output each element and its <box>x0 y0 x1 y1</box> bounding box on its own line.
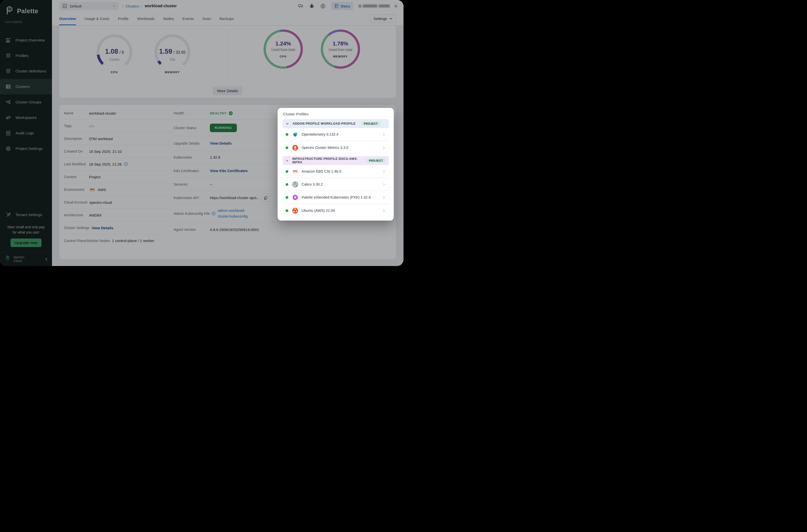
calico-icon <box>292 181 298 188</box>
profile-item-opentelemetry[interactable]: Opentelemetry 0.132.4 <box>283 128 389 141</box>
profile-item-calico[interactable]: Calico 3.30.2 <box>283 178 389 191</box>
pxk-icon <box>292 194 298 201</box>
svg-text:aws: aws <box>293 169 297 172</box>
chevron-right-icon <box>382 146 386 150</box>
prometheus-icon <box>292 145 298 151</box>
profile-item-pxk[interactable]: Palette eXtended Kubernetes (PXK) 1.32.8 <box>283 191 389 204</box>
status-dot <box>286 196 288 199</box>
profile-item-ubuntu[interactable]: Ubuntu (AWS) 22.04 <box>283 204 389 217</box>
addon-profile-section-header[interactable]: ADDON PROFILE WORKLOAD-PROFILE PROJECT <box>283 119 389 128</box>
chevron-right-icon <box>382 133 386 136</box>
status-dot <box>286 146 288 149</box>
chevron-right-icon <box>382 183 386 186</box>
cluster-profiles-panel: Cluster Profiles ADDON PROFILE WORKLOAD-… <box>278 108 394 221</box>
chevron-down-icon <box>286 159 289 162</box>
ubuntu-icon <box>292 208 298 214</box>
opentelemetry-icon <box>292 131 298 138</box>
chevron-right-icon <box>382 195 386 199</box>
status-dot <box>286 209 288 212</box>
app-window: Palette 4.8.0-250916 Project Overview Pr… <box>0 0 404 266</box>
chevron-down-icon <box>286 122 289 126</box>
chevron-right-icon <box>382 170 386 173</box>
status-dot <box>286 183 288 186</box>
profile-item-amazon-ebs-csi[interactable]: aws Amazon EBS CSI 1.46.0 <box>283 165 389 178</box>
status-dot <box>286 170 288 173</box>
project-badge: PROJECT <box>361 121 380 126</box>
profile-item-spectro-cluster-metrics[interactable]: Spectro Cluster Metrics 3.3.0 <box>283 141 389 154</box>
infrastructure-profile-section-header[interactable]: INFRASTRUCTURE PROFILE DOCS-AWS-INFRA PR… <box>283 156 389 165</box>
chevron-right-icon <box>382 209 386 212</box>
status-dot <box>286 133 288 136</box>
cluster-profiles-title: Cluster Profiles <box>283 112 389 116</box>
aws-icon: aws <box>292 168 298 175</box>
project-badge: PROJECT <box>366 158 386 163</box>
